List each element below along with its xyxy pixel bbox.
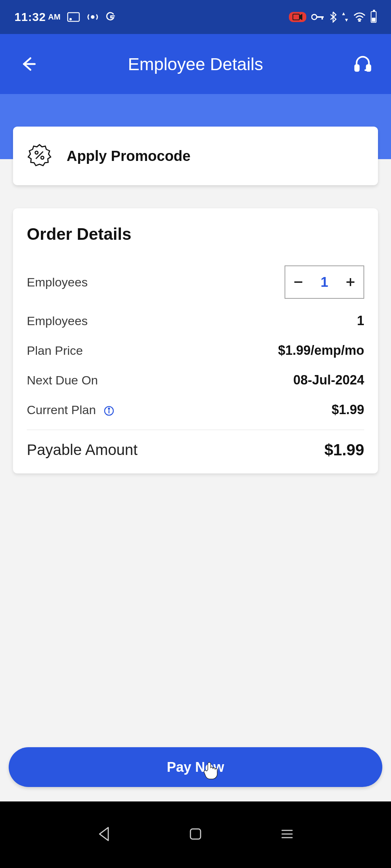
record-video-icon	[289, 12, 306, 22]
bluetooth-icon	[329, 11, 337, 23]
payable-label: Payable Amount	[27, 441, 138, 459]
apply-promocode-card[interactable]: Apply Promocode	[13, 127, 378, 185]
svg-rect-3	[293, 14, 299, 20]
screencast-icon	[67, 12, 80, 22]
stepper-minus-button[interactable]	[285, 265, 311, 299]
stepper-plus-button[interactable]	[337, 265, 363, 299]
nav-recent-button[interactable]	[280, 828, 294, 841]
plus-icon	[344, 276, 357, 288]
svg-point-10	[35, 151, 38, 154]
support-button[interactable]	[351, 52, 374, 76]
employees-label: Employees	[27, 314, 88, 328]
svg-rect-6	[321, 16, 323, 20]
employees-value: 1	[357, 313, 364, 328]
next-due-label: Next Due On	[27, 373, 98, 387]
status-ampm: AM	[48, 12, 60, 22]
next-due-row: Next Due On 08-Jul-2024	[27, 365, 364, 395]
svg-point-7	[359, 20, 360, 22]
percent-badge-icon	[27, 142, 52, 169]
order-details-title: Order Details	[27, 224, 364, 244]
app-bar: Employee Details	[0, 34, 391, 94]
payable-value: $1.99	[324, 441, 364, 459]
employees-row: Employees 1	[27, 306, 364, 336]
svg-point-1	[70, 18, 71, 20]
current-plan-value: $1.99	[332, 402, 364, 417]
plan-price-row: Plan Price $1.99/emp/mo	[27, 336, 364, 365]
pay-now-button[interactable]: Pay Now	[9, 747, 382, 787]
next-due-value: 08-Jul-2024	[293, 373, 364, 388]
promo-label: Apply Promocode	[67, 148, 190, 164]
employees-stepper: 1	[285, 265, 364, 299]
current-plan-label: Current Plan	[27, 403, 114, 417]
minus-icon	[292, 276, 304, 288]
employees-stepper-label: Employees	[27, 275, 88, 289]
current-plan-row: Current Plan $1.99	[27, 395, 364, 425]
plan-price-label: Plan Price	[27, 344, 83, 358]
info-icon[interactable]	[104, 405, 114, 416]
screen-root: 11:32 AM	[0, 0, 391, 868]
wifi-icon	[353, 12, 366, 22]
plan-price-value: $1.99/emp/mo	[278, 343, 364, 358]
status-bar: 11:32 AM	[0, 0, 391, 34]
nav-home-button[interactable]	[188, 827, 203, 843]
svg-rect-19	[190, 829, 201, 839]
current-plan-label-text: Current Plan	[27, 403, 96, 417]
data-updown-icon	[342, 12, 348, 22]
arrow-left-icon	[19, 55, 38, 73]
svg-point-4	[312, 14, 317, 20]
svg-point-2	[91, 15, 94, 19]
page-title: Employee Details	[128, 54, 263, 74]
payable-row: Payable Amount $1.99	[27, 434, 364, 459]
order-details-card: Order Details Employees 1 Employees 1	[13, 208, 378, 473]
hotspot-icon	[87, 12, 99, 22]
status-right	[289, 11, 377, 23]
battery-icon	[371, 11, 377, 23]
android-nav-bar	[0, 801, 391, 868]
employees-stepper-row: Employees 1	[27, 258, 364, 306]
stepper-value: 1	[311, 275, 337, 290]
svg-point-11	[41, 156, 44, 159]
headset-icon	[353, 54, 373, 74]
divider	[27, 430, 364, 430]
svg-line-12	[36, 152, 43, 159]
svg-rect-0	[68, 13, 79, 21]
pay-now-label: Pay Now	[167, 760, 224, 775]
nav-back-button[interactable]	[97, 826, 111, 843]
key-icon	[311, 13, 324, 21]
back-button[interactable]	[17, 52, 40, 76]
google-g-icon	[105, 12, 116, 22]
svg-rect-8	[355, 65, 359, 71]
svg-point-17	[109, 408, 110, 409]
status-left: 11:32 AM	[14, 10, 116, 24]
status-time: 11:32	[14, 10, 46, 24]
